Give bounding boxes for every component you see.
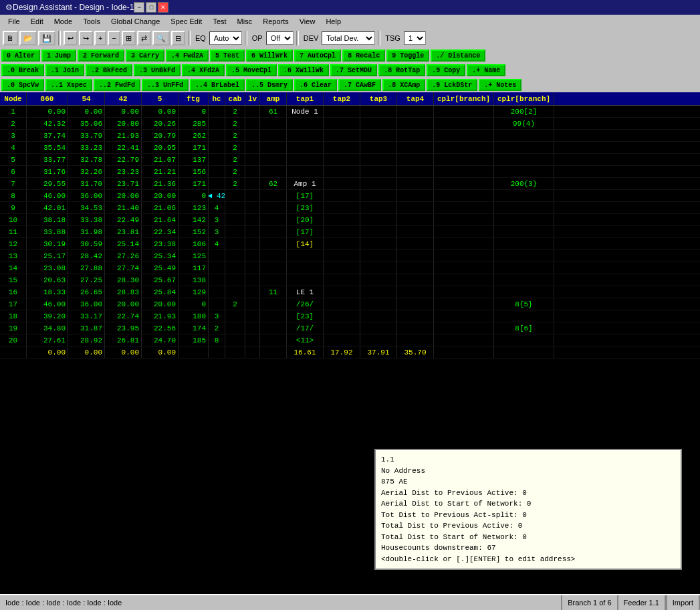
btn-.8-rottap[interactable]: .8 RotTap xyxy=(378,64,425,76)
btn-6-willwrk[interactable]: 6 WillWrk xyxy=(246,49,293,62)
table-row[interactable]: 12 30.19 30.59 25.14 23.38 106 4 [14] xyxy=(0,238,700,250)
btn-3-carry[interactable]: 3 Carry xyxy=(126,49,164,62)
table-row[interactable]: 16 18.33 26.65 28.83 25.84 129 11 LE 1 xyxy=(0,286,700,298)
table-row[interactable]: 4 35.54 33.23 22.41 20.95 171 2 xyxy=(0,142,700,154)
cell-lv xyxy=(245,298,260,310)
dev-select[interactable]: Total Dev. xyxy=(322,31,375,45)
cell-cplr1 xyxy=(434,286,494,298)
menu-item-spec-edit[interactable]: Spec Edit xyxy=(165,16,207,27)
cell-v54: 26.65 xyxy=(68,286,105,298)
btn-.8-xcamp[interactable]: .8 XCAmp xyxy=(382,79,425,91)
minimize-button[interactable]: − xyxy=(134,2,144,13)
btn-.6-xwillwk[interactable]: .6 XWillWk xyxy=(278,64,329,76)
cell-v42: 21.93 xyxy=(105,130,142,141)
cell-tap2 xyxy=(324,310,360,322)
table-row[interactable]: 9 42.01 34.53 21.40 21.06 123 4 [23] xyxy=(0,202,700,214)
table-row[interactable]: 2 42.32 35.06 20.80 20.26 285 2 99(4) xyxy=(0,118,700,130)
toolbar-new[interactable]: 🗎 xyxy=(3,31,18,45)
btn-.4-fwd2a[interactable]: .4 Fwd2A xyxy=(166,49,209,62)
btn-8-recalc[interactable]: 8 Recalc xyxy=(342,49,385,62)
btn-./-distance[interactable]: ./ Distance xyxy=(431,49,485,62)
table-row[interactable]: 3 37.74 33.79 21.93 20.79 262 2 xyxy=(0,130,700,142)
menu-item-view[interactable]: View xyxy=(294,16,321,27)
btn-..1-xspec[interactable]: ..1 Xspec xyxy=(45,79,92,91)
cell-v860: 35.54 xyxy=(27,142,68,153)
btn-.+-name[interactable]: .+ Name xyxy=(467,64,505,76)
menu-item-help[interactable]: Help xyxy=(320,16,346,27)
btn-.7-setmdu[interactable]: .7 SetMDU xyxy=(330,64,377,76)
cell-cplr2 xyxy=(494,190,554,201)
menu-item-global-change[interactable]: Global Change xyxy=(106,16,165,27)
import-button[interactable]: Import xyxy=(666,595,700,610)
menu-item-edit[interactable]: Edit xyxy=(25,16,49,27)
btn-5-test[interactable]: 5 Test xyxy=(210,49,245,62)
btn-..4-brlabel[interactable]: ..4 BrLabel xyxy=(190,79,245,91)
btn-9-toggle[interactable]: 9 Toggle xyxy=(386,49,429,62)
btn-.2-bkfeed[interactable]: .2 BkFeed xyxy=(86,64,132,76)
table-row[interactable]: 14 23.08 27.88 27.74 25.49 117 xyxy=(0,262,700,274)
menu-item-file[interactable]: File xyxy=(3,16,25,27)
table-row[interactable]: 19 34.80 31.87 23.95 22.56 174 2 /17/ 8[… xyxy=(0,322,700,334)
btn-.5-movecpl[interactable]: .5 MoveCpl xyxy=(226,64,277,76)
table-row[interactable]: 6 31.76 32.26 23.23 21.21 156 2 xyxy=(0,166,700,178)
toolbar-plus[interactable]: + xyxy=(94,31,106,45)
btn-2-forward[interactable]: 2 Forward xyxy=(78,49,124,62)
btn-.+-notes[interactable]: .+ Notes xyxy=(479,79,521,91)
toolbar-grid[interactable]: ⊞ xyxy=(122,31,136,45)
btn-..2-fwdfd[interactable]: ..2 FwdFd xyxy=(94,79,140,91)
cell-v5: 25.84 xyxy=(142,286,179,298)
btn-.0-break[interactable]: .0 Break xyxy=(1,64,44,76)
table-row[interactable]: 1 0.00 0.00 0.00 0.00 0 2 61 Node 1 200[… xyxy=(0,106,700,118)
btn-.3-unbkfd[interactable]: .3 UnBkFd xyxy=(134,64,181,76)
btn-1-jump[interactable]: 1 Jump xyxy=(41,49,76,62)
cell-tap2 xyxy=(324,214,360,225)
eq-select[interactable]: Auto xyxy=(209,31,242,45)
cell-tap2 xyxy=(324,226,360,237)
maximize-button[interactable]: □ xyxy=(146,2,156,13)
toolbar-misc[interactable]: ⊟ xyxy=(171,31,185,45)
op-select[interactable]: Off xyxy=(266,31,294,45)
close-button[interactable]: ✕ xyxy=(158,2,168,13)
menu-item-reports[interactable]: Reports xyxy=(257,16,294,27)
table-row[interactable]: 20 27.61 28.92 26.81 24.70 185 8 <11> xyxy=(0,334,700,346)
cell-lv xyxy=(245,274,260,286)
menu-item-mode[interactable]: Mode xyxy=(49,16,78,27)
table-row[interactable]: 18 39.20 33.17 22.74 21.93 180 3 [23] xyxy=(0,310,700,322)
menu-item-test[interactable]: Test xyxy=(207,16,231,27)
btn-.0-spcvw[interactable]: .0 SpcVw xyxy=(1,79,44,91)
table-row[interactable]: 11 33.88 31.98 23.81 22.34 152 3 [17] xyxy=(0,226,700,238)
table-row[interactable]: 7 29.55 31.70 23.71 21.36 171 2 62 Amp 1… xyxy=(0,178,700,190)
table-row[interactable]: 17 46.00 36.00 20.00 20.00 0 2 /26/ 8{5} xyxy=(0,298,700,310)
toolbar-minus[interactable]: − xyxy=(108,31,120,45)
btn-..3-unffd[interactable]: ..3 UnFFd xyxy=(142,79,189,91)
table-row[interactable]: 5 33.77 32.78 22.79 21.07 137 2 xyxy=(0,154,700,166)
toolbar-redo[interactable]: ↪ xyxy=(79,31,93,45)
toolbar-search[interactable]: 🔍 xyxy=(152,31,170,45)
toolbar-swap[interactable]: ⇄ xyxy=(137,31,151,45)
menu-item-misc[interactable]: Misc xyxy=(232,16,258,27)
table-row[interactable]: 8 46.00 36.00 20.00 20.00 0 ◄ 42 [17] xyxy=(0,190,700,202)
info-line: <double-click or [.][ENTER] to edit addr… xyxy=(381,554,675,565)
btn-0-alter[interactable]: 0 Alter xyxy=(1,49,40,62)
table-row[interactable]: 0.00 0.00 0.00 0.00 16.61 17.92 37.91 35… xyxy=(0,346,700,359)
btn-.7-cawbf[interactable]: .7 CAwBF xyxy=(338,79,381,91)
btn-.1-join[interactable]: .1 Join xyxy=(45,64,84,76)
cell-hc xyxy=(209,178,225,189)
table-row[interactable]: 15 20.63 27.25 28.30 25.67 138 xyxy=(0,274,700,286)
btn-7-autocpl[interactable]: 7 AutoCpl xyxy=(294,49,341,62)
tsg-select[interactable]: 1 xyxy=(404,31,426,45)
toolbar-save[interactable]: 💾 xyxy=(38,31,55,45)
table-row[interactable]: 13 25.17 28.42 27.26 25.34 125 xyxy=(0,250,700,262)
btn-.4-xfd2a[interactable]: .4 XFd2A xyxy=(182,64,225,76)
cell-lv xyxy=(245,190,260,201)
btn-.9-lckdstr[interactable]: .9 LckDStr xyxy=(427,79,477,91)
cell-lv xyxy=(245,214,260,225)
btn-.9-copy[interactable]: .9 Copy xyxy=(427,64,465,76)
menu-item-tools[interactable]: Tools xyxy=(78,16,106,27)
toolbar-undo[interactable]: ↩ xyxy=(64,31,78,45)
table-row[interactable]: 10 38.18 33.38 22.49 21.64 142 3 [20] xyxy=(0,214,700,226)
cell-v5: 21.06 xyxy=(142,202,179,213)
btn-..5-dsmry[interactable]: ..5 Dsmry xyxy=(246,79,293,91)
toolbar-open[interactable]: 📂 xyxy=(19,31,37,45)
btn-.6-clear[interactable]: .6 Clear xyxy=(294,79,337,91)
